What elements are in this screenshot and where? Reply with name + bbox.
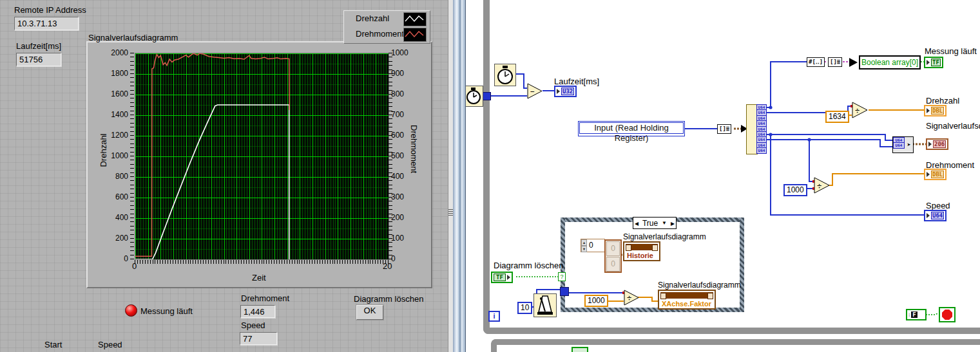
boolean-false-node[interactable]: ⁞ F xyxy=(906,309,927,320)
y-right-tick: 0 xyxy=(391,254,419,263)
drehzahl-plot-sample-icon[interactable] xyxy=(403,12,427,26)
legend-label-drehzahl: Drehzahl xyxy=(356,14,389,23)
false-badge: F xyxy=(911,311,917,318)
index-array-outputs: U64U64U64U64U64U64U64U64U64 xyxy=(756,104,767,153)
messung-laeuft-label: Messung läuft xyxy=(140,306,193,316)
case-selector-terminal[interactable]: ? xyxy=(558,272,566,281)
diagramm-loeschen-label: Diagramm löschen xyxy=(354,294,423,304)
splitter-grip-icon[interactable] xyxy=(448,209,453,216)
boolean-array-label-node[interactable]: Boolean array[0] xyxy=(859,55,921,69)
svg-text:−: − xyxy=(530,88,535,96)
terminal-arrow-icon xyxy=(928,142,932,147)
increment-decrement-icon[interactable]: ▴▾ xyxy=(581,239,587,252)
case-next-icon[interactable]: ▸ xyxy=(671,219,675,228)
waveform-chart[interactable]: 2000180016001400120010008006004002000 10… xyxy=(86,41,432,288)
loeschen-terminal[interactable]: TF xyxy=(491,272,513,283)
y-left-tick: 1800 xyxy=(102,69,128,78)
loop-stop-terminal[interactable] xyxy=(939,307,956,322)
property-node-historie[interactable]: Historie xyxy=(623,241,660,261)
drehmoment-field: 1,446 xyxy=(240,305,275,318)
partial-green-node[interactable] xyxy=(572,347,588,352)
loop-iteration-terminal[interactable]: i xyxy=(488,311,500,322)
type-badge: TF xyxy=(494,273,506,281)
case-selector[interactable]: ◂ True ▼ ▸ xyxy=(633,217,677,229)
laufzeit-terminal[interactable]: U32 xyxy=(554,86,577,97)
bundle-function[interactable]: U64 U64 ➤ xyxy=(892,136,914,153)
subtract-function[interactable]: − xyxy=(527,83,543,102)
index-array-icon[interactable]: []≣ xyxy=(828,57,842,67)
y-right-tick: 100 xyxy=(391,234,419,243)
drehzahl-terminal[interactable]: DBL xyxy=(924,105,946,116)
type-badge: U32 xyxy=(561,88,574,95)
number-to-boolean-array-icon[interactable]: #[‥] xyxy=(807,57,825,67)
svg-text:÷: ÷ xyxy=(855,106,860,115)
case-tunnel[interactable] xyxy=(560,287,569,296)
x-axis-label: Zeit xyxy=(252,273,266,283)
terminal-arrow-icon xyxy=(927,172,930,177)
y-left-tick: 200 xyxy=(102,234,128,243)
x-min-label: 0 xyxy=(132,261,137,271)
second-structure-border[interactable] xyxy=(491,339,980,352)
property-name: Historie xyxy=(627,252,653,259)
case-dropdown-icon[interactable]: ▼ xyxy=(662,220,667,226)
terminal-arrow-icon xyxy=(927,108,930,113)
type-badge: DBL xyxy=(931,107,944,115)
bundle-input-type: U64 xyxy=(893,142,905,148)
divide-function[interactable]: ÷ xyxy=(624,290,640,308)
case-border-bottom[interactable] xyxy=(561,308,744,312)
divide-function[interactable]: ÷ xyxy=(814,177,831,196)
case-border-right[interactable] xyxy=(740,218,744,312)
x-max-label: 20 xyxy=(383,261,392,271)
tick-count-icon[interactable] xyxy=(494,64,516,86)
divide-function[interactable]: ÷ xyxy=(852,102,869,121)
property-node-header xyxy=(626,244,658,250)
tick-count-icon[interactable] xyxy=(464,86,483,107)
drehmoment-plot-sample-icon[interactable] xyxy=(403,28,427,42)
case-prev-icon[interactable]: ◂ xyxy=(635,219,639,228)
index-array-icon[interactable]: []≣ xyxy=(717,124,731,134)
start-label: Start xyxy=(44,340,62,349)
svg-text:÷: ÷ xyxy=(817,181,821,190)
remote-ip-field[interactable]: 10.3.71.13 xyxy=(14,17,79,30)
type-badge: 206 xyxy=(933,140,946,148)
messung-laeuft-led[interactable] xyxy=(125,304,137,317)
const-1000[interactable]: 1000 xyxy=(783,184,807,196)
ok-button[interactable]: OK xyxy=(356,305,383,320)
plot-legend[interactable]: Drehzahl Drehmoment xyxy=(343,10,430,44)
input-local-variable[interactable]: Input (Read Holding Register) xyxy=(578,121,685,136)
speed-terminal[interactable]: U64 xyxy=(924,210,946,221)
bd-laufzeit-label: Laufzeit[ms] xyxy=(554,77,599,86)
loop-tunnel[interactable] xyxy=(483,92,491,100)
wait-until-next-ms-multiple-icon[interactable]: : xyxy=(533,293,557,317)
messung-terminal[interactable]: TF xyxy=(924,57,943,68)
numeric-control-0[interactable]: ▴▾ 0 xyxy=(581,239,605,252)
y-left-tick: 600 xyxy=(102,192,128,201)
plot-area[interactable] xyxy=(135,53,389,260)
series-drehzahl xyxy=(135,105,289,259)
y-left-tick: 1400 xyxy=(102,110,128,119)
history-array-constant[interactable]: 00 xyxy=(604,239,622,273)
property-node-xachse-faktor[interactable]: XAchse.Faktor xyxy=(658,290,716,310)
input-local-variable-text: Input (Read Holding Register) xyxy=(579,122,684,134)
signal-terminal[interactable]: 206 xyxy=(926,138,948,150)
series-drehmoment xyxy=(135,53,289,256)
prop1-owner-label: Signalverlaufsdiagramm xyxy=(623,232,706,241)
case-const-1000[interactable]: 1000 xyxy=(584,295,608,307)
drehmoment-terminal[interactable]: DBL xyxy=(924,169,946,180)
legend-row-drehmoment[interactable]: Drehmoment xyxy=(344,26,430,42)
drehmoment-label: Drehmoment xyxy=(241,293,289,303)
bd-messung-label: Messung läuft xyxy=(925,46,977,56)
svg-text:÷: ÷ xyxy=(627,293,631,302)
window-border xyxy=(453,0,466,352)
prop2-owner-label: Signalverlaufsdiagramm xyxy=(658,281,741,290)
speed-bottom-label: Speed xyxy=(98,340,122,349)
terminal-arrow-icon xyxy=(557,89,560,94)
const-1634[interactable]: 1634 xyxy=(825,111,849,123)
const-10[interactable]: 10 xyxy=(517,302,532,314)
type-badge: TF xyxy=(931,59,941,66)
legend-row-drehzahl[interactable]: Drehzahl xyxy=(344,11,430,26)
terminal-arrow-icon xyxy=(507,275,510,280)
stop-sign-icon xyxy=(942,310,952,320)
y-left-axis-label: Drehzahl xyxy=(99,125,108,176)
laufzeit-field: 51756 xyxy=(16,53,61,66)
